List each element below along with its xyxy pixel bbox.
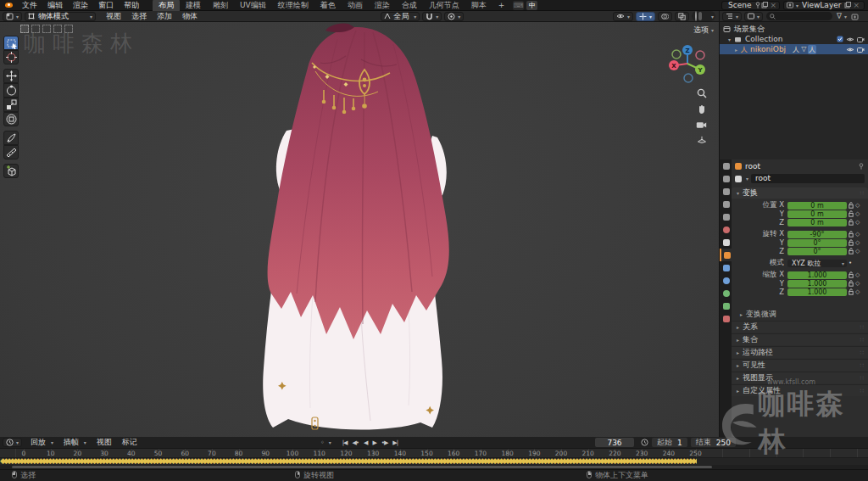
tool-select-box[interactable] bbox=[3, 36, 19, 50]
camera-view-icon[interactable] bbox=[696, 120, 707, 129]
object-name-field[interactable]: root bbox=[751, 174, 865, 183]
timeline-menu-回放[interactable]: 回放 ▾ bbox=[25, 437, 58, 448]
location-y-field[interactable]: 0 m bbox=[787, 210, 847, 218]
playback-button-5[interactable]: ▶| bbox=[390, 439, 400, 446]
select-mode-invert-icon[interactable] bbox=[53, 25, 62, 33]
delta-transform-section[interactable]: ▸变换微调 bbox=[740, 309, 776, 320]
scrollbar-thumb[interactable] bbox=[12, 466, 712, 468]
rotation-mode-field[interactable]: XYZ 欧拉▾ bbox=[787, 260, 847, 267]
keyframe-diamond-icon[interactable]: ◇ bbox=[855, 231, 860, 238]
playback-button-4[interactable]: •▶ bbox=[379, 439, 391, 446]
select-mode-new-icon[interactable] bbox=[20, 25, 29, 33]
viewport-menu-添加[interactable]: 添加 bbox=[152, 11, 177, 22]
timeline-editor-type-button[interactable]: ▾ bbox=[3, 438, 22, 447]
options-dropdown[interactable]: 选项▾ bbox=[693, 25, 714, 36]
menu-渲染[interactable]: 渲染 bbox=[68, 0, 93, 11]
location-z-field[interactable]: 0 m bbox=[787, 219, 847, 227]
tool-move[interactable] bbox=[3, 69, 19, 83]
properties-tab-render[interactable] bbox=[720, 172, 732, 185]
properties-tab-world[interactable] bbox=[720, 223, 732, 236]
select-mode-intersect-icon[interactable] bbox=[64, 25, 73, 33]
keyframe-diamond-icon[interactable]: ◇ bbox=[855, 202, 860, 209]
pin-icon[interactable] bbox=[754, 2, 761, 8]
workspace-tab[interactable]: 合成 bbox=[396, 0, 423, 12]
outliner-search[interactable] bbox=[766, 12, 832, 20]
tool-transform[interactable] bbox=[3, 112, 19, 126]
workspace-tab[interactable]: 脚本 bbox=[465, 0, 492, 12]
workspace-tab[interactable]: UV编辑 bbox=[234, 0, 272, 12]
section-可见性[interactable]: ▸可见性∷ bbox=[732, 359, 868, 371]
current-frame-field[interactable]: 736 bbox=[595, 438, 634, 447]
properties-tab-output[interactable] bbox=[720, 185, 732, 198]
tool-rotate[interactable] bbox=[3, 83, 19, 98]
remove-viewlayer-icon[interactable]: × bbox=[853, 1, 860, 9]
pan-hand-icon[interactable] bbox=[697, 104, 707, 115]
blender-logo-icon[interactable] bbox=[3, 1, 15, 9]
lock-icon[interactable] bbox=[849, 219, 854, 226]
playback-button-0[interactable]: |◀ bbox=[340, 439, 350, 446]
workspace-tab[interactable]: 建模 bbox=[180, 0, 207, 12]
workspace-tab[interactable]: 布局 bbox=[153, 0, 180, 12]
character-model[interactable] bbox=[237, 22, 492, 437]
transform-orientation-dropdown[interactable]: 全局 ▾ bbox=[381, 12, 420, 21]
playback-button-2[interactable]: ◀ bbox=[361, 439, 370, 446]
transform-section-header[interactable]: ▾变换 ∷ bbox=[732, 187, 868, 199]
workspace-tab[interactable]: 雕刻 bbox=[207, 0, 234, 12]
animate-dot-icon[interactable]: • bbox=[849, 260, 852, 266]
scene-selector[interactable]: Scene × bbox=[721, 1, 780, 10]
playback-button-3[interactable]: ▶ bbox=[370, 439, 378, 446]
hide-eye-icon[interactable] bbox=[846, 47, 854, 53]
lock-icon[interactable] bbox=[849, 202, 854, 209]
editor-type-button[interactable]: ▾ bbox=[3, 12, 22, 21]
visibility-dropdown[interactable]: ▾ bbox=[613, 12, 633, 21]
mode-dropdown[interactable]: 物体模式 ▾ bbox=[25, 12, 96, 21]
workspace-tab[interactable]: 几何节点 bbox=[423, 0, 465, 12]
timeline-menu-视图[interactable]: 视图 bbox=[92, 437, 117, 448]
timeline-ruler[interactable]: 0102030405060708090100110120130140150160… bbox=[0, 449, 868, 458]
menu-编辑[interactable]: 编辑 bbox=[42, 0, 68, 11]
new-collection-icon[interactable] bbox=[851, 13, 859, 20]
properties-tab-object[interactable] bbox=[720, 249, 732, 261]
lock-icon[interactable] bbox=[849, 239, 854, 246]
outliner-row-object[interactable]: ▸ 人 nikoniObj 人 ▽ 人 bbox=[720, 44, 868, 54]
properties-tab-modifiers[interactable] bbox=[720, 261, 732, 274]
disable-render-camera-icon[interactable] bbox=[857, 36, 865, 42]
expand-arrow-icon[interactable]: ▸ bbox=[735, 47, 737, 53]
lock-icon[interactable] bbox=[849, 288, 854, 295]
viewlayer-selector[interactable]: ▾ ViewLayer × bbox=[783, 1, 865, 10]
viewport-3d[interactable]: 咖啡森林 kfsll.com bbox=[0, 22, 719, 437]
disable-render-camera-icon[interactable] bbox=[857, 47, 865, 53]
keyframe-diamond-icon[interactable]: ◇ bbox=[855, 210, 860, 217]
expand-arrow-icon[interactable]: ▾ bbox=[728, 36, 731, 42]
pose-mode-icon[interactable]: 人 bbox=[808, 45, 816, 54]
xray-toggle[interactable] bbox=[675, 12, 689, 21]
scale-x-field[interactable]: 1.000 bbox=[787, 271, 847, 279]
overlays-toggle[interactable] bbox=[658, 12, 672, 21]
properties-tab-object-data[interactable] bbox=[720, 299, 732, 312]
properties-tab-constraints[interactable] bbox=[720, 287, 732, 299]
shading-rendered-button[interactable] bbox=[705, 12, 709, 20]
workspace-tab[interactable]: 动画 bbox=[342, 0, 369, 12]
menu-帮助[interactable]: 帮助 bbox=[119, 0, 144, 11]
properties-tab-texture[interactable] bbox=[720, 312, 732, 325]
keyframe-diamond-icon[interactable]: ◇ bbox=[855, 248, 860, 254]
viewport-menu-视图[interactable]: 视图 bbox=[101, 11, 126, 22]
scale-z-field[interactable]: 1.000 bbox=[787, 288, 847, 296]
add-workspace-button[interactable]: + bbox=[492, 0, 511, 10]
keyframe-diamond-icon[interactable]: ◇ bbox=[855, 280, 860, 287]
rotation-z-field[interactable]: 0° bbox=[787, 248, 847, 255]
section-集合[interactable]: ▸集合∷ bbox=[732, 333, 868, 345]
menu-窗口[interactable]: 窗口 bbox=[93, 0, 119, 11]
timeline-menu-标记[interactable]: 标记 bbox=[117, 437, 142, 448]
rotation-x-field[interactable]: -90° bbox=[787, 231, 847, 238]
tool-measure[interactable] bbox=[3, 145, 19, 159]
properties-tab-scene[interactable] bbox=[720, 210, 732, 223]
location-x-field[interactable]: 0 m bbox=[787, 202, 847, 210]
section-自定义属性[interactable]: ▸自定义属性∷ bbox=[732, 384, 868, 396]
auto-keyframe-button[interactable]: ◦ bbox=[318, 439, 326, 446]
section-关系[interactable]: ▸关系∷ bbox=[732, 321, 868, 333]
rotation-y-field[interactable]: 0° bbox=[787, 239, 847, 247]
lock-icon[interactable] bbox=[849, 248, 854, 254]
frame-start-field[interactable]: 起始1 bbox=[652, 438, 687, 447]
navigation-gizmo[interactable]: Z X Y bbox=[666, 42, 709, 85]
